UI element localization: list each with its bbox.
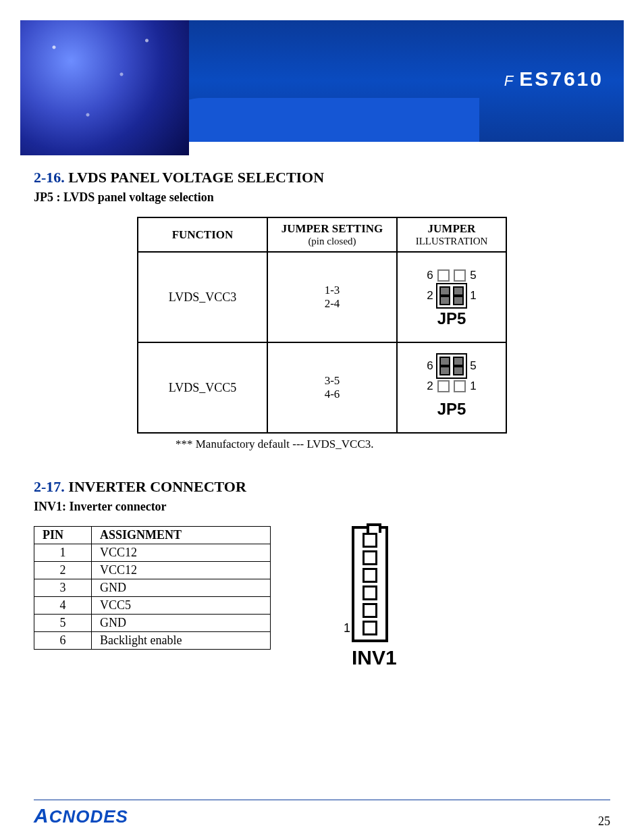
closed-jumper-icon [436,353,467,379]
section-subtitle-inv1: INV1: Inverter connector [34,500,610,514]
banner-photo [20,20,189,155]
inv1-table: PIN ASSIGNMENT 1VCC12 2VCC12 3GND 4VCC5 … [34,526,271,650]
jp5-default-note: *** Manufactory default --- LVDS_VCC3. [176,438,610,451]
jumper-diagram-vcc3: 6 5 2 1 JP5 [424,266,479,328]
ill-vcc3: 6 5 2 1 JP5 [397,252,506,342]
jumper-diagram-vcc5: 6 5 2 1 JP5 [424,357,479,419]
connector-key-icon [367,523,381,533]
page-footer: ACNODES 25 [34,800,610,827]
section-title: LVDS PANEL VOLTAGE SELECTION [68,169,324,186]
col-pin: PIN [34,527,92,544]
connector-name: INV1 [352,646,397,669]
open-pins-row [436,380,467,392]
page-number: 25 [598,814,610,829]
ill-vcc5: 6 5 2 1 JP5 [397,342,506,433]
model-main: ES7610 [519,68,603,90]
pin1-label: 1 [344,621,350,635]
table-row: 5GND [34,615,271,632]
product-model: FES7610 [504,68,603,90]
col-jumper-setting: JUMPER SETTING (pin closed) [267,217,397,252]
closed-jumper-icon [436,283,467,309]
table-row: 1VCC12 [34,544,271,562]
brand-logo: ACNODES [34,806,128,827]
js-vcc5: 3-5 4-6 [267,342,397,433]
jp5-row-vcc3: LVDS_VCC3 1-3 2-4 6 5 2 1 [138,252,506,342]
jp5-table: FUNCTION JUMPER SETTING (pin closed) JUM… [137,217,507,434]
section-heading-jp5: 2-16. LVDS PANEL VOLTAGE SELECTION [34,169,610,186]
jp5-row-vcc5: LVDS_VCC5 3-5 4-6 6 5 2 1 [138,342,506,433]
footer-rule [34,800,610,800]
section-number: 2-16. [34,169,65,186]
table-row: 6Backlight enable [34,632,271,650]
section-title: INVERTER CONNECTOR [68,478,246,495]
col-assignment: ASSIGNMENT [92,527,271,544]
col-jumper-illustration: JUMPER ILLUSTRATION [397,217,506,252]
section-number: 2-17. [34,478,65,495]
inv1-connector-diagram: 1 INV1 [352,526,397,669]
js-vcc3: 1-3 2-4 [267,252,397,342]
open-pins-row [436,269,467,282]
func-vcc5: LVDS_VCC5 [138,342,267,433]
banner-swoosh [155,98,479,142]
table-row: 3GND [34,579,271,597]
func-vcc3: LVDS_VCC3 [138,252,267,342]
header-banner: FES7610 [20,20,624,142]
model-prefix: F [504,72,515,89]
table-row: 2VCC12 [34,562,271,579]
section-heading-inv1: 2-17. INVERTER CONNECTOR [34,478,610,496]
col-function: FUNCTION [138,217,267,252]
section-subtitle-jp5: JP5 : LVDS panel voltage selection [34,190,610,205]
table-row: 4VCC5 [34,597,271,615]
